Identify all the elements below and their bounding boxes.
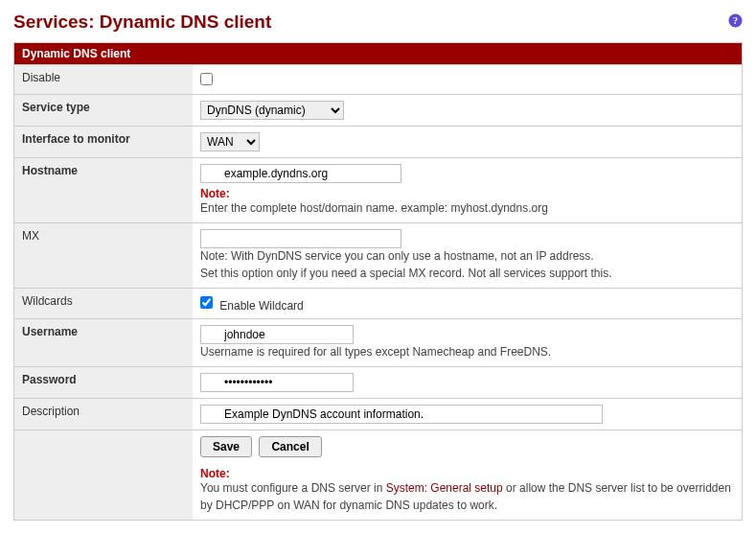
disable-checkbox[interactable] bbox=[200, 73, 213, 85]
cancel-button[interactable]: Cancel bbox=[259, 436, 321, 457]
username-label: Username bbox=[14, 319, 194, 367]
mx-input[interactable] bbox=[200, 229, 401, 248]
username-note: Username is required for all types excep… bbox=[200, 345, 551, 359]
help-icon[interactable] bbox=[728, 12, 743, 33]
password-input[interactable] bbox=[200, 373, 354, 392]
hostname-note-label: Note: bbox=[200, 187, 734, 200]
page-title: Services: Dynamic DNS client bbox=[13, 12, 743, 33]
interface-select[interactable]: WAN bbox=[200, 132, 260, 151]
disable-label: Disable bbox=[14, 65, 194, 95]
mx-label: MX bbox=[14, 223, 194, 289]
footer-note-label: Note: bbox=[200, 467, 734, 480]
hostname-input[interactable] bbox=[200, 164, 401, 183]
hostname-note: Enter the complete host/domain name. exa… bbox=[200, 201, 548, 215]
service-type-label: Service type bbox=[14, 95, 194, 127]
mx-note: Note: With DynDNS service you can only u… bbox=[200, 249, 612, 279]
footer-text-before: You must configure a DNS server in bbox=[200, 481, 386, 495]
settings-form: Dynamic DNS client Disable Service type … bbox=[13, 42, 743, 521]
interface-label: Interface to monitor bbox=[14, 127, 194, 158]
save-button[interactable]: Save bbox=[200, 436, 252, 457]
footer-link[interactable]: System: General setup bbox=[386, 481, 503, 495]
description-label: Description bbox=[14, 399, 194, 430]
username-input[interactable] bbox=[200, 325, 354, 344]
footer-note: You must configure a DNS server in Syste… bbox=[200, 481, 731, 511]
page-title-text: Services: Dynamic DNS client bbox=[13, 12, 271, 33]
section-header: Dynamic DNS client bbox=[14, 43, 743, 65]
wildcards-checkbox-label: Enable Wildcard bbox=[219, 299, 303, 313]
password-label: Password bbox=[14, 367, 194, 399]
hostname-label: Hostname bbox=[14, 158, 194, 223]
wildcards-checkbox[interactable] bbox=[200, 296, 213, 309]
wildcards-label: Wildcards bbox=[14, 289, 194, 319]
service-type-select[interactable]: DynDNS (dynamic) bbox=[200, 101, 344, 120]
actions-spacer bbox=[14, 430, 194, 521]
description-input[interactable] bbox=[200, 405, 603, 424]
